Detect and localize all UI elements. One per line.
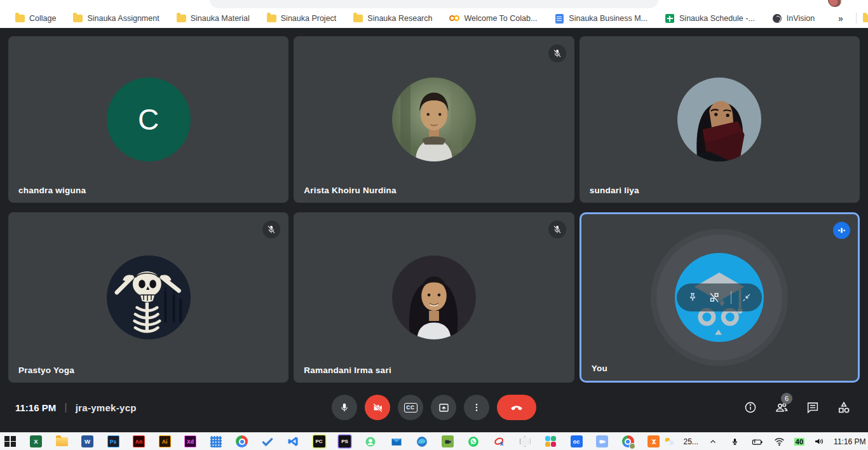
taskbar-photoshop[interactable]: Ps: [105, 434, 121, 449]
taskbar-file-explorer[interactable]: [54, 434, 69, 449]
end-call-button[interactable]: [497, 395, 536, 420]
taskbar-oc-app[interactable]: oc: [569, 434, 584, 449]
bookmarks-overflow-button[interactable]: »: [832, 13, 850, 24]
taskbar-onedrive[interactable]: [260, 434, 275, 449]
screen: Collage Sinauka Assignment Sinauka Mater…: [0, 0, 868, 450]
omnibox[interactable]: [210, 0, 658, 8]
taskbar-coreldraw[interactable]: [492, 434, 507, 449]
taskbar-phpstorm[interactable]: PS: [337, 434, 353, 449]
taskbar-animate[interactable]: An: [132, 434, 147, 449]
avatar-initial-letter: C: [138, 102, 159, 137]
taskbar-droidcam[interactable]: [440, 434, 456, 449]
mic-muted-icon: [548, 221, 566, 238]
browser-profile-avatar[interactable]: [828, 0, 842, 7]
taskbar-excel[interactable]: X: [29, 434, 44, 449]
participants-button[interactable]: 6: [769, 395, 794, 420]
colab-icon: [449, 15, 459, 22]
avatar-initial: C: [107, 78, 191, 161]
pycharm-icon: PC: [313, 435, 325, 447]
taskbar-mail[interactable]: [389, 434, 404, 449]
other-bookmarks-button[interactable]: Other bookmarks: [863, 14, 868, 23]
bookmark-label: Sinauka Schedule -...: [679, 14, 755, 23]
edge-icon: [416, 435, 428, 448]
weather-temperature[interactable]: 25...: [684, 437, 698, 446]
illustrator-icon: Ai: [159, 435, 171, 447]
camera-off-button[interactable]: [365, 395, 390, 420]
taskbar-android-app[interactable]: [363, 434, 378, 449]
tray-volume-icon[interactable]: [811, 434, 827, 449]
remove-from-grid-button[interactable]: [708, 291, 721, 304]
chat-button[interactable]: [800, 395, 825, 420]
tray-microphone-icon[interactable]: [728, 434, 743, 449]
participant-tile-you[interactable]: You: [580, 212, 860, 383]
avatar-photo: [392, 256, 476, 339]
pin-participant-button[interactable]: [687, 292, 698, 303]
whatsapp-icon: [467, 435, 480, 448]
folder-icon: [267, 15, 276, 22]
taskbar-pycharm[interactable]: PC: [311, 434, 327, 449]
bookmark-welcome-to-colab[interactable]: Welcome To Colab...: [449, 14, 537, 23]
taskbar-illustrator[interactable]: Ai: [157, 434, 172, 449]
bookmark-sinauka-assignment[interactable]: Sinauka Assignment: [73, 14, 159, 23]
participant-tile-prastyo[interactable]: Prastyo Yoga: [8, 212, 288, 383]
taskbar-word[interactable]: W: [80, 434, 95, 449]
bookmark-label: Welcome To Colab...: [464, 14, 537, 23]
weather-icon[interactable]: [661, 434, 677, 449]
participant-tile-chandra-wiguna[interactable]: C chandra wiguna: [8, 36, 288, 203]
bookmark-invision[interactable]: InVision: [772, 13, 815, 24]
chrome-icon: [236, 435, 248, 447]
taskbar-calendar[interactable]: [208, 434, 224, 449]
tray-wifi-icon[interactable]: [772, 434, 787, 449]
participant-tile-ramandani[interactable]: Ramandani Irma sari: [294, 212, 574, 383]
bookmark-sinauka-material[interactable]: Sinauka Material: [177, 14, 250, 23]
taskbar-meet-app[interactable]: [595, 434, 610, 449]
tray-battery-icon[interactable]: [750, 434, 765, 449]
file-explorer-icon: [56, 437, 68, 446]
taskbar-chrome[interactable]: [234, 434, 250, 449]
taskbar-vscode[interactable]: [286, 434, 301, 449]
slack-icon: [545, 436, 556, 447]
meet-participant-grid: C chandra wiguna: [0, 28, 868, 383]
divider: [731, 291, 731, 304]
xampp-icon: [648, 435, 660, 447]
divider: [856, 13, 857, 24]
tray-overflow-chevron-icon[interactable]: [705, 434, 721, 449]
microphone-button[interactable]: [332, 395, 357, 420]
adobe-xd-icon: Xd: [184, 435, 196, 447]
bookmark-sinauka-schedule[interactable]: Sinauka Schedule -...: [665, 13, 755, 24]
taskbar-clock[interactable]: 11:16 PM: [834, 437, 865, 446]
bookmark-sinauka-research[interactable]: Sinauka Research: [353, 14, 432, 23]
profile-badge-icon: [629, 443, 635, 449]
taskbar-adobe-xd[interactable]: Xd: [183, 434, 198, 449]
bookmark-sinauka-business[interactable]: Sinauka Business M...: [554, 13, 648, 24]
taskbar-hexagon-app[interactable]: [517, 434, 532, 449]
bookmark-label: Sinauka Assignment: [87, 14, 159, 23]
folder-icon: [353, 15, 363, 22]
bookmark-label: Sinauka Material: [191, 14, 250, 23]
battery-percentage-badge[interactable]: 40: [794, 438, 804, 446]
more-options-button[interactable]: [464, 395, 489, 420]
taskbar-edge[interactable]: [414, 434, 430, 449]
mic-muted-icon: [262, 221, 280, 238]
taskbar-whatsapp[interactable]: [466, 434, 481, 449]
taskbar-chrome-profile[interactable]: [620, 434, 635, 449]
captions-icon: CC: [404, 403, 417, 412]
participant-tile-sundari[interactable]: sundari liya: [580, 36, 860, 203]
taskbar-xampp[interactable]: [646, 434, 661, 449]
excel-icon: X: [30, 435, 42, 447]
coreldraw-icon: [493, 435, 506, 448]
present-screen-button[interactable]: [431, 395, 456, 420]
audio-level-indicator-icon: [833, 222, 850, 239]
minimize-tile-button[interactable]: [741, 292, 752, 303]
start-button[interactable]: [3, 434, 18, 449]
bookmark-sinauka-project[interactable]: Sinauka Project: [267, 14, 337, 23]
meet-control-bar: 11:16 PM | jra-ymek-ycp: [0, 383, 868, 432]
participant-tile-arista[interactable]: Arista Khoiru Nurdina: [294, 36, 574, 203]
meeting-code: jra-ymek-ycp: [76, 402, 137, 413]
windows-taskbar: X W Ps An Ai Xd PC PS: [0, 432, 868, 450]
meeting-details-button[interactable]: [738, 395, 763, 420]
taskbar-slack[interactable]: [543, 434, 559, 449]
bookmark-collage[interactable]: Collage: [15, 14, 56, 23]
captions-button[interactable]: CC: [398, 395, 423, 420]
activities-button[interactable]: [831, 395, 857, 420]
